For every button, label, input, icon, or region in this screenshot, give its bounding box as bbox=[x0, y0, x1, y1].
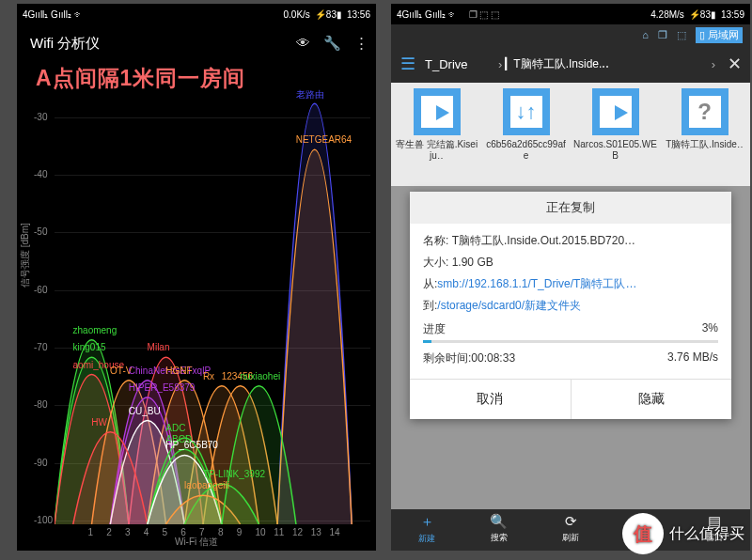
size-row: 大小: 1.90 GB bbox=[423, 255, 718, 271]
from-row: 从:smb://192.168.1.1/T_Drive/T脑特工队… bbox=[423, 276, 718, 292]
cancel-button[interactable]: 取消 bbox=[410, 380, 572, 419]
drive-label[interactable]: T_Drive bbox=[425, 57, 495, 71]
file-icon bbox=[503, 88, 550, 135]
network-label: king015 bbox=[73, 342, 106, 352]
overlay-annotation: A点间隔1米同一房间 bbox=[36, 64, 245, 93]
lan-label[interactable]: ▯ 局域网 bbox=[696, 27, 743, 43]
file-label: Narcos.S01E05.WEB bbox=[572, 139, 659, 163]
remain-row: 剩余时间:00:08:333.76 MB/s bbox=[423, 350, 718, 366]
network-label: NETGEAR64 bbox=[296, 134, 352, 145]
file-grid: 寄生兽 完结篇.Kiseiju‥c6b56a2d65cc99afeNarcos.… bbox=[391, 83, 750, 169]
dialog-title: 正在复制 bbox=[410, 192, 731, 224]
watermark-badge: 值 bbox=[622, 513, 664, 554]
file-item[interactable]: Narcos.S01E05.WEB bbox=[572, 88, 659, 163]
network-label: Rx bbox=[203, 371, 214, 381]
network-label: CU_BU bbox=[129, 406, 161, 416]
home-icon[interactable]: ⌂ bbox=[642, 29, 649, 40]
network-label: HW bbox=[91, 417, 107, 428]
network-label: TP-LINK_3992 bbox=[203, 469, 265, 479]
progress-bar bbox=[423, 340, 718, 343]
app-bar: Wifi 分析仪 👁 🔧 ⋮ bbox=[17, 24, 376, 62]
app-bar: ☰ T_Drive › ▎T脑特工队.Inside.‥ › ✕ bbox=[391, 45, 750, 83]
app-title: Wifi 分析仪 bbox=[24, 35, 296, 53]
copy-dialog: 正在复制 名称: T脑特工队.Inside.Out.2015.BD720… 大小… bbox=[410, 192, 731, 419]
file-icon bbox=[592, 88, 639, 135]
chevron-icon: › bbox=[709, 57, 718, 71]
network-label: laobangeili bbox=[184, 480, 229, 490]
file-label: 寄生兽 完结篇.Kiseiju‥ bbox=[393, 139, 480, 163]
bottom-搜索[interactable]: 🔍搜索 bbox=[462, 509, 534, 551]
file-label: c6b56a2d65cc99afe bbox=[482, 139, 570, 163]
top-nav: ⌂ ❐ ⬚ ▯ 局域网 bbox=[391, 24, 750, 45]
menu-icon[interactable]: ☰ bbox=[391, 54, 425, 74]
right-phone: 4Gııll₁ Gııll₂ ᯤ❐ ⬚ ⬚ 4.28M/s ⚡83▮ 13:59… bbox=[391, 4, 750, 551]
file-icon bbox=[414, 88, 461, 135]
network-label: 老路由 bbox=[296, 88, 324, 101]
wifi-chart: 信号强度 [dBm] Wi-Fi 信道 -30-40-50-60-70-80-9… bbox=[17, 62, 376, 551]
file-item[interactable]: c6b56a2d65cc99afe bbox=[482, 88, 570, 163]
eye-icon[interactable]: 👁 bbox=[296, 35, 310, 52]
progress-label-row: 进度3% bbox=[423, 321, 718, 337]
chevron-icon: › bbox=[495, 57, 505, 71]
network-label: ADC bbox=[165, 423, 185, 433]
file-icon bbox=[682, 88, 728, 135]
file-item[interactable]: T脑特工队.Inside‥ bbox=[661, 88, 748, 163]
bottom-icon: ⟳ bbox=[535, 513, 606, 530]
wrench-icon[interactable]: 🔧 bbox=[323, 35, 341, 52]
bottom-icon: 🔍 bbox=[462, 513, 534, 530]
network-label: nuxiaohei bbox=[240, 371, 280, 381]
network-label: HIPER_E58379 bbox=[129, 382, 196, 393]
bottom-新建[interactable]: ＋新建 bbox=[391, 509, 462, 551]
more-icon[interactable]: ⋮ bbox=[354, 35, 368, 52]
hide-button[interactable]: 隐藏 bbox=[572, 380, 732, 419]
path-label[interactable]: ▎T脑特工队.Inside.‥ bbox=[505, 56, 708, 72]
tab-icon[interactable]: ❐ bbox=[658, 29, 667, 41]
file-label: T脑特工队.Inside‥ bbox=[661, 139, 748, 163]
status-bar: 4Gııll₁ Gııll₂ ᯤ❐ ⬚ ⬚ 4.28M/s ⚡83▮ 13:59 bbox=[391, 4, 750, 24]
to-row: 到:/storage/sdcard0/新建文件夹 bbox=[423, 298, 718, 314]
bottom-刷新[interactable]: ⟳刷新 bbox=[535, 509, 606, 551]
bottom-icon: ＋ bbox=[391, 513, 462, 531]
network-label: HGNF bbox=[165, 366, 192, 376]
file-item[interactable]: 寄生兽 完结篇.Kiseiju‥ bbox=[393, 88, 480, 163]
network-label: HP_6C5B70 bbox=[165, 440, 218, 450]
left-phone: 4Gııll₁ Gııll₂ ᯤ 0.0K/s ⚡83▮ 13:56 Wifi … bbox=[17, 4, 376, 551]
watermark: 值 什么值得买 bbox=[622, 513, 744, 554]
tab-icon[interactable]: ⬚ bbox=[677, 29, 686, 41]
close-icon[interactable]: ✕ bbox=[718, 54, 750, 74]
network-label: zhaomeng bbox=[73, 325, 118, 335]
status-bar: 4Gııll₁ Gııll₂ ᯤ 0.0K/s ⚡83▮ 13:56 bbox=[17, 4, 376, 24]
network-label: Milan bbox=[148, 342, 170, 352]
name-row: 名称: T脑特工队.Inside.Out.2015.BD720… bbox=[423, 233, 718, 249]
